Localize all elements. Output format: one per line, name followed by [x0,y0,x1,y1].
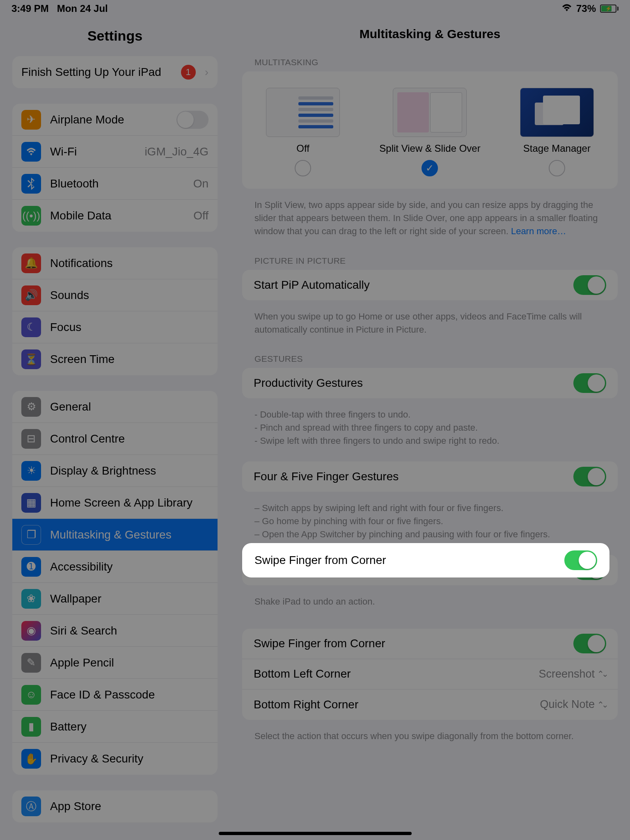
wifi-row[interactable]: Wi-Fi iGM_Jio_4G [12,136,218,168]
control-centre-row[interactable]: ⊟Control Centre [12,423,218,455]
grid-icon: ▦ [21,493,41,513]
notifications-row[interactable]: 🔔Notifications [12,247,218,279]
detail-pane: Multitasking & Gestures MULTITASKING Off… [230,17,630,840]
opt-off-label: Off [296,143,309,154]
speaker-icon: 🔊 [21,285,41,305]
multitask-footer: In Split View, two apps appear side by s… [242,193,618,238]
siri-icon: ◉ [21,621,41,641]
home-indicator[interactable] [219,832,412,835]
four-finger-row[interactable]: Four & Five Finger Gestures [242,461,618,492]
antenna-icon: ((•)) [21,206,41,226]
four-finger-toggle[interactable] [573,467,606,486]
privacy-label: Privacy & Security [50,752,208,765]
display-row[interactable]: ☀Display & Brightness [12,455,218,487]
wifi-value: iGM_Jio_4G [144,145,208,158]
opt-off-radio[interactable] [295,160,311,176]
home-screen-row[interactable]: ▦Home Screen & App Library [12,487,218,519]
detail-title: Multitasking & Gestures [242,21,618,53]
status-time: 3:49 PM [11,3,49,14]
focus-row[interactable]: ☾Focus [12,311,218,343]
bottom-left-label: Bottom Left Corner [254,667,351,680]
section-multitasking: MULTITASKING [242,53,618,71]
chevron-right-icon: › [205,66,208,79]
section-gestures: GESTURES [242,350,618,368]
opt-split[interactable]: Split View & Slide Over ✓ [379,88,480,176]
opt-off[interactable]: Off [266,88,340,176]
airplane-label: Airplane Mode [50,113,167,126]
bluetooth-label: Bluetooth [50,177,184,190]
learn-more-link[interactable]: Learn more… [511,226,566,236]
swipe-corner-label: Swipe Finger from Corner [254,637,385,650]
appstore-row[interactable]: ⒶApp Store [12,790,218,822]
opt-stage-radio[interactable] [549,160,565,176]
wifi-label: Wi-Fi [50,145,135,158]
bottom-right-label: Bottom Right Corner [254,698,358,711]
pip-row[interactable]: Start PiP Automatically [242,270,618,300]
bottom-left-value: Screenshot ⌃⌄ [538,668,606,680]
accessibility-row[interactable]: ➊Accessibility [12,551,218,583]
swipe-corner-row[interactable]: Swipe Finger from Corner [242,629,618,659]
notifications-label: Notifications [50,257,208,270]
general-label: General [50,400,208,413]
finish-setup-row[interactable]: Finish Setting Up Your iPad 1 › [12,56,218,88]
sounds-label: Sounds [50,289,208,302]
brightness-icon: ☀ [21,461,41,481]
four-finger-label: Four & Five Finger Gestures [254,470,399,483]
screentime-row[interactable]: ⏳Screen Time [12,343,218,375]
airplane-icon: ✈ [21,110,41,130]
airplane-toggle[interactable] [176,111,208,129]
mobile-value: Off [193,209,208,222]
focus-label: Focus [50,321,208,334]
sounds-row[interactable]: 🔊Sounds [12,279,218,311]
faceid-label: Face ID & Passcode [50,688,208,701]
airplane-row[interactable]: ✈ Airplane Mode [12,104,218,136]
swipe-corner-highlight[interactable]: Swipe Finger from Corner [242,543,609,578]
sidebar: Settings Finish Setting Up Your iPad 1 ›… [0,17,230,840]
updown-icon: ⌃⌄ [597,700,606,710]
finish-setup-label: Finish Setting Up Your iPad [21,66,172,79]
swipe-footer: Select the action that occurs when you s… [242,724,618,743]
appstore-label: App Store [50,800,208,813]
battery-row[interactable]: ▮Battery [12,711,218,743]
status-bar: 3:49 PM Mon 24 Jul 73% ⚡ [0,0,630,17]
opt-split-radio[interactable]: ✓ [422,160,438,176]
siri-row[interactable]: ◉Siri & Search [12,615,218,647]
faceid-row[interactable]: ☺Face ID & Passcode [12,679,218,711]
productivity-row[interactable]: Productivity Gestures [242,368,618,398]
battery-label: Battery [50,720,208,733]
updown-icon: ⌃⌄ [597,669,606,679]
bell-icon: 🔔 [21,253,41,273]
control-label: Control Centre [50,432,208,445]
gear-icon: ⚙ [21,397,41,417]
moon-icon: ☾ [21,317,41,337]
appstore-icon: Ⓐ [21,797,41,816]
privacy-row[interactable]: ✋Privacy & Security [12,743,218,775]
swipe-corner-label-hl: Swipe Finger from Corner [254,554,386,567]
mobile-data-row[interactable]: ((•)) Mobile Data Off [12,200,218,232]
pip-toggle[interactable] [573,275,606,295]
wallpaper-label: Wallpaper [50,592,208,605]
productivity-toggle[interactable] [573,373,606,393]
accessibility-icon: ➊ [21,557,41,577]
swipe-corner-toggle[interactable] [573,634,606,653]
screentime-label: Screen Time [50,353,208,366]
four-finger-footer: – Switch apps by swiping left and right … [242,496,618,541]
wallpaper-row[interactable]: ❀Wallpaper [12,583,218,615]
pip-footer: When you swipe up to go Home or use othe… [242,304,618,336]
siri-label: Siri & Search [50,624,208,637]
switches-icon: ⊟ [21,429,41,449]
pencil-label: Apple Pencil [50,656,208,669]
swipe-corner-toggle-hl[interactable] [564,550,597,570]
bluetooth-icon [21,174,41,194]
general-row[interactable]: ⚙General [12,391,218,423]
multitasking-row[interactable]: ❐Multitasking & Gestures [12,519,218,551]
opt-stage[interactable]: Stage Manager [520,88,594,176]
bottom-left-row[interactable]: Bottom Left Corner Screenshot ⌃⌄ [242,659,618,689]
opt-stage-label: Stage Manager [523,143,591,154]
bluetooth-row[interactable]: Bluetooth On [12,168,218,200]
pencil-row[interactable]: ✎Apple Pencil [12,647,218,679]
bluetooth-value: On [193,177,208,190]
bottom-right-row[interactable]: Bottom Right Corner Quick Note ⌃⌄ [242,689,618,720]
opt-stage-preview [520,88,594,137]
accessibility-label: Accessibility [50,560,208,573]
